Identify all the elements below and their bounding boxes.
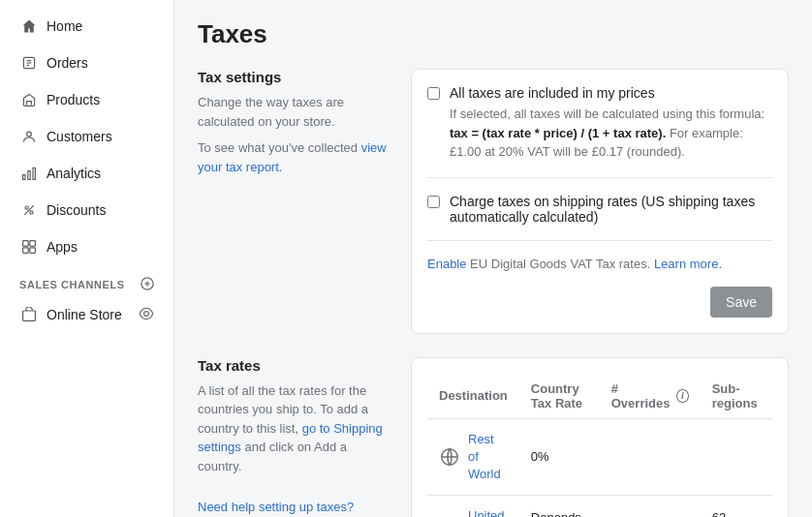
svg-rect-11: [23, 241, 29, 247]
sidebar-item-analytics[interactable]: Analytics: [8, 156, 166, 191]
eu-vat-learn-more-link[interactable]: Learn more.: [654, 257, 722, 271]
products-icon: [19, 90, 39, 109]
main-content: Taxes Tax settings Change the way taxes …: [174, 0, 812, 517]
svg-point-19: [144, 311, 149, 316]
united-states-link[interactable]: UnitedStates: [468, 507, 505, 517]
sidebar-item-discounts[interactable]: Discounts: [8, 193, 166, 228]
sidebar-item-apps[interactable]: Apps: [8, 229, 166, 264]
eu-vat-text: Enable EU Digital Goods VAT Tax rates. L…: [427, 257, 772, 271]
svg-rect-14: [30, 248, 36, 254]
tax-rates-title: Tax rates: [198, 357, 391, 374]
charge-shipping-taxes-checkbox[interactable]: [427, 196, 440, 208]
apps-icon: [19, 237, 39, 257]
charge-shipping-taxes-label: Charge taxes on shipping rates (US shipp…: [450, 194, 772, 225]
home-icon: [19, 16, 39, 36]
sidebar-item-products[interactable]: Products: [8, 82, 166, 117]
orders-icon: [19, 53, 39, 73]
svg-rect-13: [23, 248, 29, 254]
all-taxes-included-desc: If selected, all taxes will be calculate…: [450, 105, 772, 162]
svg-rect-18: [23, 311, 36, 320]
all-taxes-included-label: All taxes are included in my prices: [450, 85, 772, 101]
sidebar-item-online-store[interactable]: Online Store: [8, 297, 166, 332]
tax-rates-section: Tax rates A list of all the tax rates fo…: [198, 357, 789, 518]
tax-settings-description: Tax settings Change the way taxes are ca…: [198, 69, 391, 334]
svg-rect-5: [23, 175, 25, 180]
col-subregions: Sub-regions: [701, 374, 772, 419]
save-button[interactable]: Save: [710, 287, 772, 318]
online-store-visibility-icon[interactable]: [139, 306, 154, 324]
customers-icon: [19, 127, 39, 146]
row2-overrides: [600, 496, 701, 517]
sidebar: Home Orders Products Customers Analytics…: [0, 0, 174, 517]
svg-point-4: [27, 132, 32, 137]
col-country-tax-rate: Country Tax Rate: [519, 374, 600, 419]
add-channel-icon[interactable]: [141, 277, 154, 292]
sidebar-item-products-label: Products: [47, 92, 100, 107]
col-destination: Destination: [427, 374, 519, 419]
svg-point-8: [25, 206, 28, 209]
tax-settings-desc1: Change the way taxes are calculated on y…: [198, 93, 391, 131]
need-help-link[interactable]: Need help setting up taxes?: [198, 500, 354, 514]
table-row: Rest ofWorld 0%: [427, 418, 772, 496]
tax-settings-footer: Save: [427, 287, 772, 318]
tax-rates-description: Tax rates A list of all the tax rates fo…: [198, 357, 391, 518]
svg-rect-6: [28, 171, 30, 180]
charge-shipping-taxes-row: Charge taxes on shipping rates (US shipp…: [427, 194, 772, 225]
sidebar-item-home-label: Home: [47, 18, 82, 34]
svg-point-9: [30, 211, 33, 214]
online-store-icon: [19, 305, 39, 324]
sidebar-item-analytics-label: Analytics: [47, 166, 101, 181]
settings-divider-2: [427, 240, 772, 241]
sidebar-item-orders[interactable]: Orders: [8, 46, 166, 80]
svg-rect-7: [33, 167, 35, 179]
tax-rates-card: Destination Country Tax Rate # Overrides…: [411, 357, 789, 518]
tax-rates-table: Destination Country Tax Rate # Overrides…: [427, 374, 772, 518]
enable-eu-vat-link[interactable]: Enable: [427, 257, 466, 271]
page-title: Taxes: [198, 19, 789, 49]
sidebar-item-orders-label: Orders: [47, 55, 88, 71]
tax-rates-desc: A list of all the tax rates for the coun…: [198, 381, 391, 476]
globe-icon: [439, 446, 460, 468]
online-store-label: Online Store: [47, 307, 122, 322]
table-row: 🇺🇸 UnitedStates Depends on county 62 sta…: [427, 496, 772, 517]
tax-settings-title: Tax settings: [198, 69, 391, 85]
svg-rect-12: [30, 241, 36, 247]
row2-tax-rate: Depends on county: [519, 496, 600, 517]
sidebar-item-discounts-label: Discounts: [47, 202, 106, 218]
all-taxes-included-checkbox[interactable]: [427, 87, 440, 100]
tax-settings-section: Tax settings Change the way taxes are ca…: [198, 69, 789, 334]
rest-of-world-link[interactable]: Rest ofWorld: [468, 431, 508, 484]
sidebar-item-customers-label: Customers: [47, 129, 112, 144]
sidebar-item-apps-label: Apps: [47, 239, 78, 255]
all-taxes-included-row: All taxes are included in my prices If s…: [427, 85, 772, 162]
sidebar-item-customers[interactable]: Customers: [8, 119, 166, 154]
row1-tax-rate: 0%: [519, 418, 600, 496]
col-overrides: # Overrides i: [600, 374, 701, 419]
sales-channels-section: SALES CHANNELS: [0, 265, 173, 296]
settings-divider: [427, 177, 772, 178]
row1-subregions: [701, 418, 772, 496]
row2-subregions: 62 states: [701, 496, 772, 517]
overrides-info-icon[interactable]: i: [676, 389, 689, 403]
discounts-icon: [19, 200, 39, 220]
tax-settings-card: All taxes are included in my prices If s…: [411, 69, 789, 334]
tax-settings-desc2: To see what you've collected view your t…: [198, 138, 391, 176]
sidebar-item-home[interactable]: Home: [8, 9, 166, 44]
analytics-icon: [19, 164, 39, 183]
row1-overrides: [600, 418, 701, 496]
